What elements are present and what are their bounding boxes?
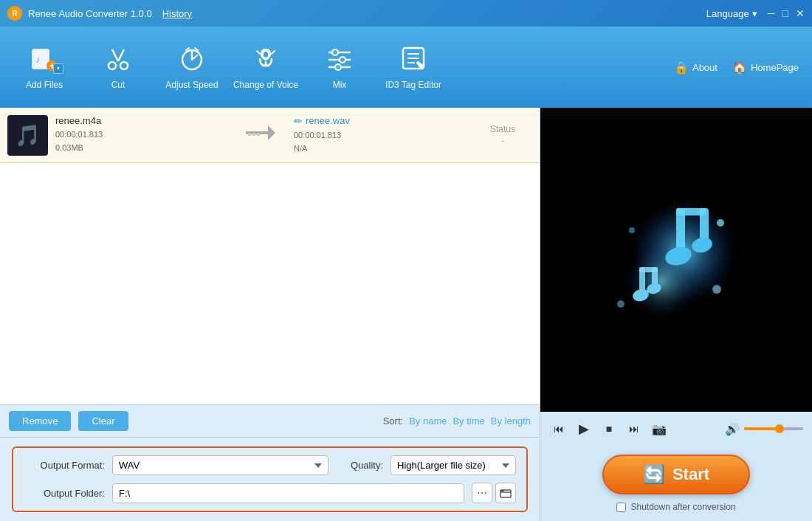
media-preview <box>540 108 812 412</box>
title-bar-right: Language ▾ ─ □ ✕ <box>706 7 805 19</box>
title-bar: R Renee Audio Converter 1.0.0 History La… <box>0 0 812 27</box>
volume-thumb[interactable] <box>775 424 784 433</box>
main-content: 🎵 renee.m4a 00:00:01.813 0.03MB <box>0 108 812 521</box>
settings-box: Output Format: WAV MP3 AAC FLAC Quality:… <box>12 446 528 512</box>
sort-label: Sort: <box>383 415 403 427</box>
output-format-label: Output Format: <box>24 460 105 471</box>
snapshot-button[interactable]: 📷 <box>650 419 669 438</box>
svg-point-46 <box>617 300 625 308</box>
volume-slider[interactable] <box>744 427 803 430</box>
svg-point-43 <box>717 219 724 227</box>
cut-icon <box>105 45 131 75</box>
music-visualization <box>602 186 750 334</box>
homepage-button[interactable]: 🏠 HomePage <box>726 58 805 77</box>
homepage-icon: 🏠 <box>732 61 747 75</box>
start-button[interactable]: 🔄 Start <box>602 455 750 494</box>
start-refresh-icon: 🔄 <box>643 464 665 485</box>
svg-point-5 <box>109 62 116 69</box>
music-note-icon: 🎵 <box>15 123 41 148</box>
open-folder-button[interactable] <box>495 483 516 503</box>
output-filename: ✏ renee.wav <box>294 115 466 127</box>
file-thumbnail: 🎵 <box>7 115 48 156</box>
file-status: Status - <box>473 124 532 146</box>
svg-point-45 <box>712 285 721 294</box>
file-list: 🎵 renee.m4a 00:00:01.813 0.03MB <box>0 108 540 404</box>
input-duration: 00:00:01.813 <box>55 128 227 142</box>
svg-point-6 <box>120 62 128 69</box>
quality-select[interactable]: High(Larger file size) Medium Low <box>390 455 516 475</box>
folder-row: Output Folder: ⋯ <box>24 483 516 503</box>
input-size: 0.03MB <box>55 142 227 155</box>
file-output-info: ✏ renee.wav 00:00:01.813 N/A <box>294 115 466 155</box>
about-icon: 🔒 <box>674 61 689 75</box>
output-folder-label: Output Folder: <box>24 488 105 499</box>
svg-rect-28 <box>252 133 255 136</box>
id3-tag-editor-button[interactable]: ID3 Tag Editor <box>376 34 450 100</box>
svg-point-19 <box>340 57 345 63</box>
svg-marker-26 <box>268 125 275 140</box>
start-label: Start <box>672 465 709 484</box>
bottom-bar: Remove Clear Sort: By name By time By le… <box>0 404 540 437</box>
sort-by-name[interactable]: By name <box>409 415 447 427</box>
sort-by-length[interactable]: By length <box>491 415 531 427</box>
change-of-voice-label: Change of Voice <box>233 80 298 90</box>
app-title: Renee Audio Converter 1.0.0 <box>28 8 152 19</box>
volume-control: 🔊 <box>725 422 803 436</box>
media-artwork <box>602 186 750 334</box>
svg-text:♪: ♪ <box>35 55 40 65</box>
play-button[interactable]: ▶ <box>574 419 593 438</box>
format-row: Output Format: WAV MP3 AAC FLAC Quality:… <box>24 455 516 475</box>
svg-line-7 <box>112 49 118 61</box>
mix-button[interactable]: Mix <box>303 34 376 100</box>
mix-label: Mix <box>333 80 347 90</box>
output-format-select[interactable]: WAV MP3 AAC FLAC <box>112 455 328 475</box>
folder-buttons: ⋯ <box>472 483 516 503</box>
sort-by-time[interactable]: By time <box>453 415 484 427</box>
conversion-arrow-icon <box>235 124 286 146</box>
add-files-dropdown-icon[interactable]: ▾ <box>53 63 63 74</box>
language-label: Language <box>706 8 749 19</box>
add-files-label: Add Files <box>26 80 63 90</box>
quality-label: Quality: <box>351 460 383 471</box>
settings-panel: Output Format: WAV MP3 AAC FLAC Quality:… <box>0 437 540 521</box>
change-of-voice-button[interactable]: Change of Voice <box>229 34 303 100</box>
output-folder-input[interactable] <box>112 483 464 503</box>
add-files-button[interactable]: ♪ + ▾ Add Files <box>7 34 81 100</box>
cut-button[interactable]: Cut <box>81 34 155 100</box>
title-bar-left: R Renee Audio Converter 1.0.0 History <box>7 6 192 21</box>
skip-forward-button[interactable]: ⏭ <box>625 419 644 438</box>
left-panel: 🎵 renee.m4a 00:00:01.813 0.03MB <box>0 108 540 521</box>
svg-rect-35 <box>700 208 709 241</box>
clear-button[interactable]: Clear <box>78 411 128 431</box>
remove-button[interactable]: Remove <box>9 411 71 431</box>
shutdown-row: Shutdown after conversion <box>616 502 735 512</box>
minimize-button[interactable]: ─ <box>768 7 775 19</box>
svg-rect-29 <box>257 133 260 136</box>
language-dropdown-icon: ▾ <box>752 8 757 19</box>
svg-point-18 <box>332 49 338 55</box>
maximize-button[interactable]: □ <box>782 7 788 19</box>
svg-line-8 <box>118 49 124 61</box>
table-row: 🎵 renee.m4a 00:00:01.813 0.03MB <box>0 108 540 163</box>
toolbar-right: 🔒 About 🏠 HomePage <box>668 58 805 77</box>
stop-button[interactable]: ■ <box>599 419 619 438</box>
close-button[interactable]: ✕ <box>796 7 805 19</box>
adjust-speed-label: Adjust Speed <box>165 80 218 90</box>
adjust-speed-button[interactable]: Adjust Speed <box>155 34 229 100</box>
shutdown-checkbox[interactable] <box>616 503 626 512</box>
browse-folder-button[interactable]: ⋯ <box>472 483 492 503</box>
history-link[interactable]: History <box>162 8 192 19</box>
change-of-voice-icon <box>252 45 279 75</box>
volume-icon[interactable]: 🔊 <box>725 422 740 436</box>
status-value: - <box>473 136 532 146</box>
language-button[interactable]: Language ▾ <box>706 8 757 19</box>
toolbar: ♪ + ▾ Add Files Cut <box>0 27 812 108</box>
about-button[interactable]: 🔒 About <box>668 58 723 77</box>
file-input-info: renee.m4a 00:00:01.813 0.03MB <box>55 115 227 154</box>
output-file-icon: ✏ <box>294 115 303 127</box>
homepage-label: HomePage <box>751 62 799 73</box>
svg-point-44 <box>629 227 635 233</box>
volume-fill <box>744 427 780 430</box>
skip-back-button[interactable]: ⏮ <box>549 419 568 438</box>
output-duration: 00:00:01.813 <box>294 129 466 142</box>
